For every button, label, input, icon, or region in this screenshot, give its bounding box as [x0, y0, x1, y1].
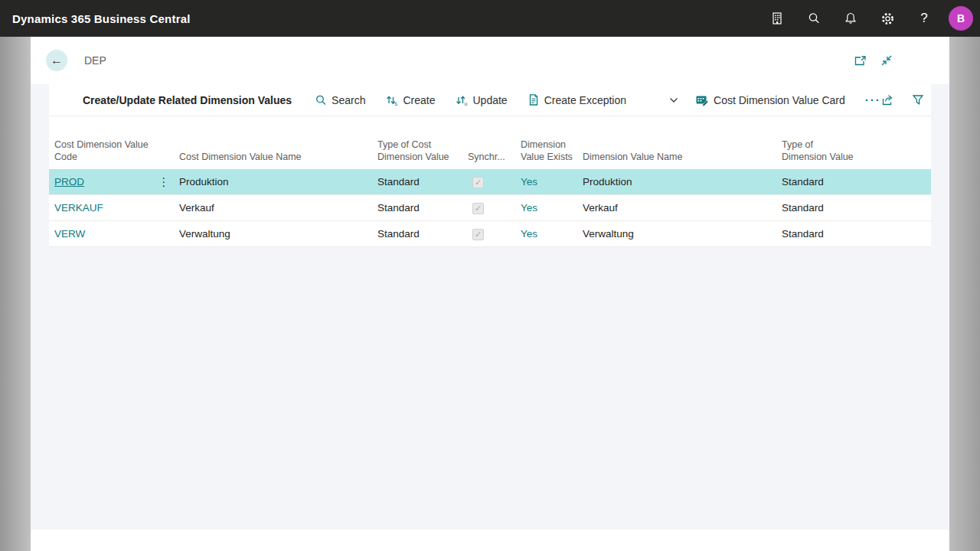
- share-icon[interactable]: [881, 94, 895, 106]
- action-bar: Create/Update Related Dimension Values S…: [49, 84, 931, 116]
- table-header-row: Cost Dimension Value Code Cost Dimension…: [49, 116, 931, 169]
- column-header-type-of-dimension-value[interactable]: Type of Dimension Value: [776, 139, 864, 169]
- dimension-value-exists-link[interactable]: Yes: [521, 176, 537, 187]
- dimmed-backdrop-left: [0, 37, 31, 551]
- column-header-dimension-value-name[interactable]: Dimension Value Name: [577, 151, 776, 169]
- svg-text:s: s: [395, 101, 398, 106]
- page-header: ← DEP: [31, 37, 949, 84]
- column-header-synchronized[interactable]: Synchr...: [462, 151, 515, 169]
- synchronized-checkbox: ✓: [472, 177, 484, 188]
- create-icon: s: [385, 94, 398, 106]
- notifications-icon[interactable]: [832, 0, 869, 37]
- column-header-cost-dimension-value-name[interactable]: Cost Dimension Value Name: [174, 151, 372, 169]
- user-avatar[interactable]: B: [949, 6, 973, 31]
- search-action-button[interactable]: Search: [315, 94, 365, 106]
- dimension-value-exists-link[interactable]: Yes: [521, 202, 537, 214]
- update-icon: u: [455, 94, 468, 106]
- app-title: Dynamics 365 Business Central: [12, 12, 191, 25]
- cost-dimension-value-name-cell: Produktion: [174, 176, 372, 187]
- page-content-area: Create/Update Related Dimension Values S…: [31, 84, 949, 530]
- type-of-dimension-value-cell: Standard: [776, 228, 864, 240]
- settings-icon[interactable]: [869, 0, 906, 37]
- back-arrow-icon: ←: [51, 54, 63, 67]
- code-link[interactable]: VERW: [54, 228, 85, 240]
- page-dialog: ← DEP Create/Update Related Dimension Va…: [31, 37, 949, 551]
- exit-fullscreen-icon[interactable]: [880, 54, 893, 67]
- dimension-value-exists-link[interactable]: Yes: [521, 228, 537, 240]
- cost-dimension-value-name-cell: Verwaltung: [174, 228, 372, 240]
- cost-dimension-value-card-button[interactable]: Cost Dimension Value Card: [695, 94, 845, 106]
- update-action-button[interactable]: u Update: [455, 94, 507, 106]
- list-caption: Create/Update Related Dimension Values: [83, 94, 292, 106]
- dimension-value-name-cell: Verkauf: [577, 202, 776, 214]
- table-row[interactable]: VERW ⋮ Verwaltung Standard ✓ Yes Verwalt…: [49, 221, 931, 247]
- create-exception-icon: [528, 93, 540, 106]
- row-menu-icon[interactable]: ⋮: [154, 175, 174, 189]
- search-icon[interactable]: [795, 0, 832, 37]
- type-of-cost-dimension-value-cell: Standard: [372, 228, 462, 240]
- column-header-type-of-cost-dimension-value[interactable]: Type of Cost Dimension Value: [372, 139, 462, 169]
- value-card-icon: [695, 94, 709, 106]
- table-row[interactable]: PROD ⋮ Produktion Standard ✓ Yes Produkt…: [49, 169, 931, 195]
- synchronized-checkbox: ✓: [472, 229, 484, 240]
- create-exception-action-button[interactable]: Create Exception: [528, 93, 626, 106]
- column-header-dimension-value-exists[interactable]: Dimension Value Exists: [515, 139, 577, 169]
- top-navigation-bar: Dynamics 365 Business Central ? B: [0, 0, 980, 37]
- svg-text:u: u: [465, 101, 468, 106]
- company-icon[interactable]: [759, 0, 795, 37]
- help-icon[interactable]: ?: [906, 0, 942, 37]
- synchronized-checkbox: ✓: [472, 203, 484, 214]
- create-action-button[interactable]: s Create: [385, 94, 435, 106]
- more-options-button[interactable]: ···: [865, 93, 881, 106]
- type-of-dimension-value-cell: Standard: [776, 176, 864, 187]
- table-row[interactable]: VERKAUF ⋮ Verkauf Standard ✓ Yes Verkauf…: [49, 195, 931, 221]
- open-in-window-icon[interactable]: [854, 55, 867, 67]
- column-header-cost-dimension-value-code[interactable]: Cost Dimension Value Code: [49, 139, 154, 169]
- back-button[interactable]: ←: [46, 50, 67, 71]
- column-header-row-menu: [154, 163, 174, 169]
- type-of-cost-dimension-value-cell: Standard: [372, 202, 462, 214]
- list-part-panel: Create/Update Related Dimension Values S…: [49, 84, 931, 247]
- filter-icon[interactable]: [912, 94, 924, 106]
- chevron-down-icon[interactable]: [669, 97, 678, 103]
- code-link[interactable]: VERKAUF: [54, 202, 103, 214]
- type-of-cost-dimension-value-cell: Standard: [372, 176, 462, 187]
- page-title: DEP: [84, 54, 106, 67]
- type-of-dimension-value-cell: Standard: [776, 202, 864, 214]
- dimension-value-name-cell: Produktion: [577, 176, 776, 187]
- code-link[interactable]: PROD: [54, 176, 84, 187]
- dimmed-backdrop-right: [949, 37, 980, 551]
- cost-dimension-value-name-cell: Verkauf: [174, 202, 372, 214]
- table-body: PROD ⋮ Produktion Standard ✓ Yes Produkt…: [49, 169, 931, 247]
- dimension-value-name-cell: Verwaltung: [577, 228, 776, 240]
- topbar-actions: ? B: [759, 0, 980, 37]
- search-icon: [315, 94, 327, 106]
